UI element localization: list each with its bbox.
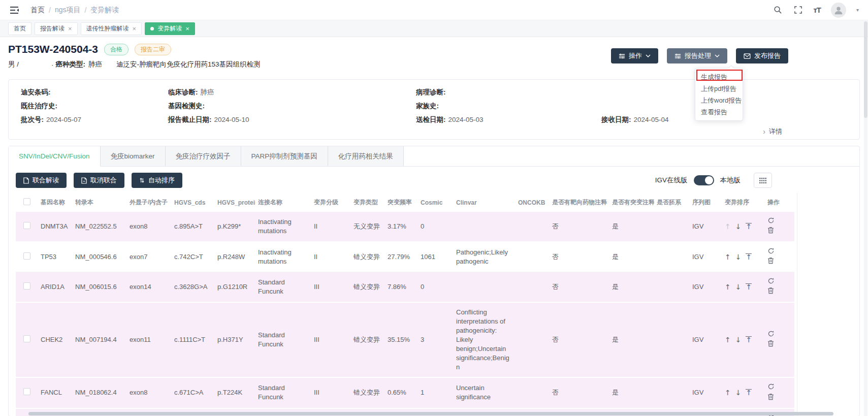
route-tag-bar: 首页 报告解读 × 遗传性肿瘤解读 × 变异解读 × bbox=[0, 20, 868, 37]
cancel-joint-button[interactable]: 取消联合 bbox=[74, 173, 124, 188]
igv-link[interactable]: IGV bbox=[692, 253, 703, 261]
igv-link[interactable]: IGV bbox=[692, 336, 703, 343]
delete-icon[interactable] bbox=[767, 287, 774, 297]
breadcrumb: 首页 / ngs项目 / 变异解读 bbox=[30, 6, 119, 15]
field-receive-date: 接收日期: bbox=[601, 116, 631, 123]
delete-icon[interactable] bbox=[767, 393, 774, 403]
detail-link[interactable]: › 详情 bbox=[763, 127, 782, 136]
tab-parp-inhibitor-genes[interactable]: PARP抑制剂预测基因 bbox=[241, 146, 328, 166]
tag-hereditary-tumor[interactable]: 遗传性肿瘤解读 × bbox=[81, 22, 142, 35]
auto-sort-button[interactable]: 自动排序 bbox=[132, 173, 182, 188]
col-clinvar: Clinvar bbox=[454, 193, 516, 212]
menu-item-upload-pdf[interactable]: 上传pdf报告 bbox=[695, 83, 743, 94]
avatar[interactable] bbox=[831, 3, 846, 18]
result-tabs: SNV/InDel/CNV/Fusion 免疫biomarker 免疫治疗疗效因… bbox=[9, 146, 859, 167]
row-checkbox[interactable] bbox=[23, 388, 30, 395]
igv-local-label: 本地版 bbox=[720, 176, 741, 185]
report-process-dropdown: 生成报告 上传pdf报告 上传word报告 查看报告 bbox=[695, 68, 743, 121]
tag-variant-interpret-active[interactable]: 变异解读 × bbox=[145, 22, 195, 35]
font-size-icon[interactable]: ᴛT bbox=[813, 6, 821, 14]
close-icon[interactable]: × bbox=[68, 25, 72, 33]
col-seq-figure: 序列图 bbox=[690, 193, 722, 212]
breadcrumb-project[interactable]: ngs项目 bbox=[55, 6, 81, 15]
menu-collapse-icon[interactable] bbox=[9, 5, 19, 15]
col-freq: 突变频率 bbox=[385, 193, 418, 212]
igv-version-toggle[interactable] bbox=[694, 175, 714, 185]
col-hgvs-cds: HGVS_cds bbox=[172, 193, 215, 212]
menu-item-upload-word[interactable]: 上传word报告 bbox=[695, 94, 743, 106]
status-badge-qualified: 合格 bbox=[104, 44, 128, 55]
igv-link[interactable]: IGV bbox=[692, 389, 703, 396]
avatar-caret-icon[interactable]: ▾ bbox=[856, 7, 859, 13]
move-up-icon[interactable]: ↑ bbox=[725, 336, 731, 344]
refresh-icon[interactable] bbox=[767, 330, 775, 340]
breadcrumb-home[interactable]: 首页 bbox=[30, 6, 45, 15]
field-batch-no: 批次号: bbox=[21, 116, 44, 123]
row-checkbox[interactable] bbox=[23, 335, 30, 342]
close-icon[interactable]: × bbox=[185, 25, 189, 33]
col-type: 变异类型 bbox=[351, 193, 385, 212]
refresh-icon[interactable] bbox=[767, 217, 775, 227]
tag-home[interactable]: 首页 bbox=[8, 22, 31, 35]
horizontal-scrollbar[interactable] bbox=[28, 412, 833, 415]
move-down-icon[interactable]: ↓ bbox=[735, 222, 742, 231]
select-all-checkbox[interactable] bbox=[23, 198, 30, 205]
move-up-icon[interactable]: ↑ bbox=[725, 389, 731, 397]
move-down-icon[interactable]: ↓ bbox=[735, 283, 742, 291]
table-row: ARID1ANM_006015.6exon14 c.3628G>Ap.G1210… bbox=[16, 272, 794, 303]
fullscreen-icon[interactable] bbox=[793, 5, 803, 15]
refresh-icon[interactable] bbox=[767, 277, 775, 287]
move-down-icon[interactable]: ↓ bbox=[735, 389, 742, 397]
delete-icon[interactable] bbox=[767, 257, 774, 267]
tab-snv-indel-cnv-fusion[interactable]: SNV/InDel/CNV/Fusion bbox=[9, 146, 101, 167]
search-icon[interactable] bbox=[773, 5, 783, 15]
chevron-right-icon: › bbox=[763, 127, 765, 136]
top-navbar: 首页 / ngs项目 / 变异解读 ᴛT ▾ bbox=[0, 0, 868, 20]
move-down-icon[interactable]: ↓ bbox=[735, 253, 742, 261]
col-grade: 变异分级 bbox=[311, 193, 351, 212]
table-row: TP53NM_000546.6exon7 c.742C>Tp.R248WInac… bbox=[16, 242, 794, 272]
move-top-icon[interactable]: ↑ bbox=[746, 336, 752, 343]
report-process-button[interactable]: 报告处理 bbox=[667, 48, 727, 63]
tag-report-interpret[interactable]: 报告解读 × bbox=[35, 22, 78, 35]
col-connector: 连接名称 bbox=[255, 193, 311, 212]
cancer-type-value: 肺癌 bbox=[88, 60, 102, 69]
tab-immunotherapy-factors[interactable]: 免疫治疗疗效因子 bbox=[166, 146, 241, 166]
status-badge-review: 报告二审 bbox=[135, 44, 171, 55]
cancer-type-label: 癌种类型: bbox=[56, 60, 86, 69]
move-top-icon[interactable]: ↑ bbox=[746, 253, 752, 261]
field-family-history: 家族史: bbox=[416, 102, 439, 110]
col-exon: 外显子/内含子 bbox=[127, 193, 172, 212]
col-hgvs-protein: HGVS_protein bbox=[215, 193, 255, 212]
move-up-icon[interactable]: ↑ bbox=[725, 253, 731, 261]
delete-icon[interactable] bbox=[767, 340, 774, 349]
table-row: CHEK2NM_007194.4exon11 c.1111C>Tp.H371YS… bbox=[16, 302, 794, 377]
row-checkbox[interactable] bbox=[23, 252, 30, 260]
refresh-icon[interactable] bbox=[767, 383, 775, 393]
refresh-icon[interactable] bbox=[767, 247, 775, 257]
joint-interpret-button[interactable]: 联合解读 bbox=[16, 173, 67, 188]
move-top-icon[interactable]: ↑ bbox=[746, 223, 752, 230]
igv-link[interactable]: IGV bbox=[692, 222, 703, 230]
sample-id: PT153W-240504-3 bbox=[8, 43, 98, 55]
delete-icon[interactable] bbox=[767, 227, 774, 236]
move-top-icon[interactable]: ↑ bbox=[746, 283, 752, 291]
tab-chemo-drug-results[interactable]: 化疗用药相关结果 bbox=[328, 146, 404, 166]
row-checkbox[interactable] bbox=[23, 282, 30, 290]
igv-link[interactable]: IGV bbox=[692, 283, 703, 291]
move-up-icon[interactable]: ↑ bbox=[725, 283, 731, 291]
publish-report-button[interactable]: 发布报告 bbox=[736, 48, 788, 63]
move-top-icon[interactable]: ↑ bbox=[746, 389, 752, 396]
close-icon[interactable]: × bbox=[133, 25, 137, 33]
move-up-icon[interactable]: ↑ bbox=[725, 222, 731, 231]
operate-button[interactable]: 操作 bbox=[611, 48, 658, 63]
menu-item-view-report[interactable]: 查看报告 bbox=[695, 106, 743, 118]
field-gene-test-history: 基因检测史: bbox=[168, 102, 205, 110]
row-checkbox[interactable] bbox=[23, 222, 30, 229]
move-down-icon[interactable]: ↓ bbox=[735, 336, 742, 344]
vertical-scrollbar[interactable] bbox=[864, 21, 867, 416]
menu-item-generate-report[interactable]: 生成报告 bbox=[695, 71, 743, 83]
tab-immune-biomarker[interactable]: 免疫biomarker bbox=[101, 146, 166, 166]
column-settings-button[interactable] bbox=[754, 173, 772, 188]
table-row: DNMT3ANM_022552.5exon8 c.895A>Tp.K299*In… bbox=[16, 212, 794, 242]
